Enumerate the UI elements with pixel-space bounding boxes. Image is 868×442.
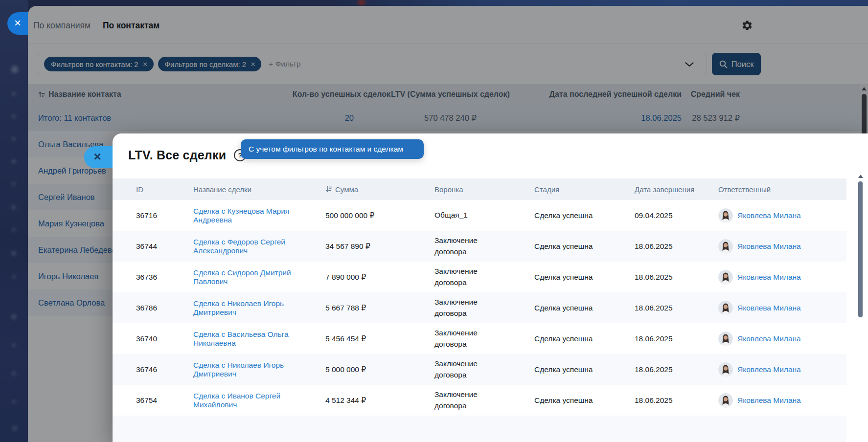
panel-close-button[interactable]: ×: [7, 12, 28, 35]
deal-funnel: Заключение договора: [434, 235, 534, 257]
deal-id: 36744: [136, 242, 193, 251]
column-stage[interactable]: Стадия: [534, 185, 635, 194]
close-icon: ×: [93, 150, 103, 163]
avatar[interactable]: [718, 270, 733, 285]
scroll-up-icon[interactable]: [858, 175, 863, 178]
deal-stage: Сделка успешна: [534, 242, 635, 251]
modal-scrollbar[interactable]: [858, 175, 863, 442]
modal-header: LTV. Все сделки ?: [128, 148, 246, 162]
deal-id: 36716: [136, 211, 193, 220]
responsible-link[interactable]: Яковлева Милана: [737, 396, 801, 405]
help-tooltip: С учетом фильтров по контактам и сделкам: [241, 139, 424, 159]
deal-sum: 5 000 000 ₽: [325, 365, 434, 374]
column-sum[interactable]: Сумма: [325, 185, 434, 194]
deal-stage: Сделка успешна: [534, 334, 635, 343]
deal-id: 36754: [136, 396, 193, 405]
deal-stage: Сделка успешна: [534, 365, 635, 374]
deal-link[interactable]: Сделка с Васильева Ольга Николаевна: [193, 330, 289, 347]
deal-row-partial: [113, 416, 846, 442]
avatar[interactable]: [718, 239, 733, 254]
ltv-deals-modal: × LTV. Все сделки ? С учетом фильтров по…: [113, 133, 868, 442]
column-deal-name[interactable]: Название сделки: [193, 185, 325, 194]
sort-desc-icon: [325, 186, 333, 193]
responsible-link[interactable]: Яковлева Милана: [737, 211, 801, 220]
deals-table: ID Название сделки Сумма Воронка Стадия …: [113, 178, 846, 442]
deal-sum: 34 567 890 ₽: [325, 242, 434, 251]
responsible-link[interactable]: Яковлева Милана: [737, 304, 801, 312]
avatar[interactable]: [718, 393, 733, 408]
deal-row: 36736 Сделка с Сидоров Дмитрий Павлович …: [113, 262, 846, 292]
avatar[interactable]: [718, 332, 733, 346]
deal-id: 36786: [136, 304, 193, 312]
avatar[interactable]: [718, 362, 733, 377]
responsible-link[interactable]: Яковлева Милана: [737, 334, 801, 343]
column-responsible[interactable]: Ответственный: [718, 185, 846, 194]
responsible-link[interactable]: Яковлева Милана: [737, 365, 801, 374]
deal-row: 36754 Сделка с Иванов Сергей Михайлович …: [113, 385, 846, 416]
deal-id: 36746: [136, 365, 193, 374]
close-icon: ×: [14, 17, 21, 29]
deal-sum: 7 890 000 ₽: [325, 273, 434, 282]
deal-funnel: Заключение договора: [434, 266, 534, 288]
deal-date: 18.06.2025: [635, 396, 718, 405]
deal-date: 18.06.2025: [635, 334, 718, 343]
deal-row: 36716 Сделка с Кузнецова Мария Андреевна…: [113, 200, 846, 231]
deal-date: 18.06.2025: [635, 273, 718, 282]
deal-funnel: Заключение договора: [434, 358, 534, 380]
deal-id: 36740: [136, 334, 193, 343]
column-finish-date[interactable]: Дата завершения: [635, 185, 718, 194]
deal-row: 36786 Сделка с Николаев Игорь Дмитриевич…: [113, 292, 846, 323]
deal-funnel: Заключение договора: [434, 328, 534, 350]
deal-date: 18.06.2025: [635, 365, 718, 374]
scrollbar-thumb[interactable]: [858, 181, 863, 317]
deal-id: 36736: [136, 273, 193, 282]
avatar[interactable]: [718, 301, 733, 315]
deal-link[interactable]: Сделка с Кузнецова Мария Андреевна: [193, 207, 289, 224]
deal-date: 18.06.2025: [635, 242, 718, 251]
deal-stage: Сделка успешна: [534, 211, 635, 220]
deal-funnel: Заключение договора: [434, 297, 534, 319]
deal-row: 36746 Сделка с Николаев Игорь Дмитриевич…: [113, 354, 846, 385]
avatar[interactable]: [718, 208, 733, 223]
column-funnel[interactable]: Воронка: [434, 185, 534, 194]
deal-funnel: Общая_1: [434, 210, 534, 221]
deal-date: 09.04.2025: [635, 211, 718, 220]
deal-sum: 500 000 000 ₽: [325, 211, 434, 220]
deal-link[interactable]: Сделка с Федоров Сергей Александрович: [193, 238, 285, 255]
responsible-link[interactable]: Яковлева Милана: [737, 242, 801, 251]
deal-stage: Сделка успешна: [534, 396, 635, 405]
deals-table-header: ID Название сделки Сумма Воронка Стадия …: [113, 178, 846, 200]
column-id[interactable]: ID: [136, 185, 193, 194]
deal-funnel: Заключение договора: [434, 389, 534, 411]
deal-link[interactable]: Сделка с Иванов Сергей Михайлович: [193, 392, 280, 409]
deal-stage: Сделка успешна: [534, 273, 635, 282]
deal-row: 36744 Сделка с Федоров Сергей Александро…: [113, 231, 846, 262]
deal-link[interactable]: Сделка с Николаев Игорь Дмитриевич: [193, 299, 284, 316]
deal-sum: 5 667 788 ₽: [325, 304, 434, 312]
deal-date: 18.06.2025: [635, 304, 718, 312]
deal-stage: Сделка успешна: [534, 304, 635, 312]
modal-title: LTV. Все сделки: [128, 148, 226, 162]
deal-link[interactable]: Сделка с Сидоров Дмитрий Павлович: [193, 268, 291, 286]
deal-row: 36740 Сделка с Васильева Ольга Николаевн…: [113, 323, 846, 354]
modal-close-button[interactable]: ×: [84, 146, 113, 168]
deal-sum: 5 456 454 ₽: [325, 334, 434, 343]
responsible-link[interactable]: Яковлева Милана: [737, 273, 801, 282]
deal-link[interactable]: Сделка с Николаев Игорь Дмитриевич: [193, 361, 284, 378]
deal-sum: 4 512 344 ₽: [325, 396, 434, 405]
